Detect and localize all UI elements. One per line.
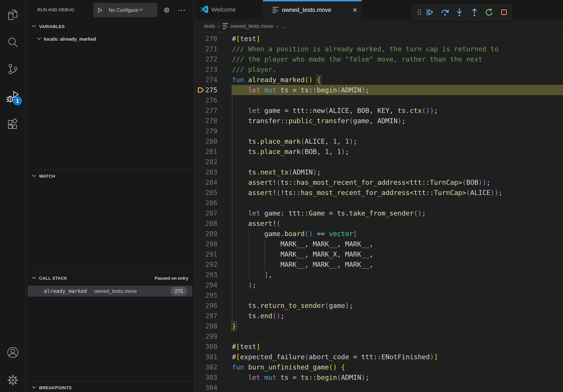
code-text[interactable]: assert!(ts::has_most_recent_for_address<… bbox=[232, 177, 490, 187]
code-text[interactable]: ); bbox=[232, 280, 256, 290]
line-number[interactable]: 281 bbox=[194, 146, 218, 157]
activity-item-source-control-icon[interactable] bbox=[7, 63, 19, 75]
line-number[interactable]: 282 bbox=[194, 157, 218, 167]
debug-step-into-button[interactable] bbox=[454, 7, 465, 18]
code-line-291: 291 MARK__, MARK_X, MARK__, bbox=[194, 249, 563, 259]
line-number[interactable]: 301 bbox=[194, 352, 218, 362]
code-text[interactable]: assert!(!ts::has_most_recent_for_address… bbox=[232, 187, 503, 198]
line-number[interactable]: 279 bbox=[194, 126, 218, 136]
debug-stop-button[interactable] bbox=[499, 7, 510, 18]
line-number[interactable]: 273 bbox=[194, 64, 218, 75]
line-number[interactable]: 272 bbox=[194, 54, 218, 64]
activity-item-explorer-icon[interactable] bbox=[7, 9, 19, 21]
start-debug-icon[interactable] bbox=[94, 3, 106, 17]
code-text[interactable]: game.board() == vector[ bbox=[232, 229, 357, 239]
variables-scope-locals[interactable]: locals: already_marked bbox=[26, 34, 194, 44]
line-number[interactable]: 283 bbox=[194, 167, 218, 177]
line-number[interactable]: 291 bbox=[194, 249, 218, 259]
code-text[interactable]: let game = ttt::new(ALICE, BOB, KEY, ts.… bbox=[232, 105, 438, 116]
code-text[interactable]: MARK__, MARK__, MARK__, bbox=[232, 259, 373, 270]
line-number[interactable]: 295 bbox=[194, 290, 218, 301]
section-header-variables[interactable]: VARIABLES bbox=[26, 22, 194, 32]
line-number[interactable]: 287 bbox=[194, 208, 218, 218]
debug-step-over-button[interactable] bbox=[439, 7, 450, 18]
line-number[interactable]: 296 bbox=[194, 301, 218, 311]
line-number[interactable]: 298 bbox=[194, 321, 218, 331]
activity-item-extensions-icon[interactable] bbox=[7, 118, 19, 131]
section-header-breakpoints[interactable]: BREAKPOINTS bbox=[26, 383, 194, 392]
breadcrumb-item-file[interactable]: owned_tests.move bbox=[230, 23, 273, 29]
code-text[interactable]: ts.return_to_sender(game); bbox=[232, 301, 353, 311]
line-number[interactable]: 280 bbox=[194, 136, 218, 146]
line-number[interactable]: 290 bbox=[194, 239, 218, 249]
code-text[interactable]: ts.place_mark(ALICE, 1, 1); bbox=[232, 136, 357, 146]
line-number[interactable]: 276 bbox=[194, 95, 218, 105]
line-number[interactable]: 278 bbox=[194, 116, 218, 126]
breadcrumb-item-tests[interactable]: tests bbox=[204, 23, 215, 29]
debug-continue-button[interactable] bbox=[424, 7, 435, 18]
code-text[interactable]: MARK__, MARK_X, MARK__, bbox=[232, 249, 373, 259]
call-stack-frame[interactable]: already_marked owned_tests.move 275 bbox=[28, 286, 192, 297]
code-viewport: 270#[test]271/// When a position is alre… bbox=[194, 33, 563, 392]
code-text[interactable]: ], bbox=[232, 270, 272, 280]
code-text[interactable]: MARK__, MARK__, MARK__, bbox=[232, 239, 373, 249]
code-text[interactable]: #[test] bbox=[232, 34, 260, 44]
gear-icon[interactable] bbox=[162, 6, 171, 15]
activity-item-account-icon[interactable] bbox=[7, 346, 19, 359]
line-number[interactable]: 297 bbox=[194, 311, 218, 321]
line-number[interactable]: 274 bbox=[194, 75, 218, 85]
debug-restart-button[interactable] bbox=[484, 7, 495, 18]
code-text[interactable]: ts.place_mark(BOB, 1, 1); bbox=[232, 146, 349, 157]
more-actions-icon[interactable]: ⋯ bbox=[177, 6, 186, 15]
line-number[interactable]: 289 bbox=[194, 229, 218, 239]
code-text[interactable]: ts.end(); bbox=[232, 311, 284, 321]
code-text[interactable]: /// the player who made the "false" move… bbox=[232, 54, 482, 64]
line-number[interactable]: 277 bbox=[194, 105, 218, 116]
code-text[interactable]: transfer::public_transfer(game, ADMIN); bbox=[232, 116, 406, 126]
section-header-call-stack[interactable]: CALL STACK Paused on entry bbox=[26, 273, 194, 283]
line-number[interactable]: 299 bbox=[194, 331, 218, 341]
line-number[interactable]: 292 bbox=[194, 259, 218, 270]
line-number[interactable]: 288 bbox=[194, 218, 218, 229]
code-line-294: 294 ); bbox=[194, 280, 563, 290]
breadcrumb-item-symbol[interactable]: … bbox=[281, 23, 286, 29]
activity-item-run-and-debug-icon[interactable]: 1 bbox=[7, 91, 19, 103]
line-number[interactable]: 271 bbox=[194, 44, 218, 54]
code-text[interactable]: /// player. bbox=[232, 64, 276, 75]
debug-step-out-button[interactable] bbox=[469, 7, 480, 18]
code-text[interactable]: let game: ttt::Game = ts.take_from_sende… bbox=[232, 208, 426, 218]
activity-item-settings-icon[interactable] bbox=[7, 374, 19, 386]
code-text[interactable]: #[test] bbox=[232, 341, 260, 352]
tab-welcome[interactable]: Welcome bbox=[194, 0, 263, 19]
code-text[interactable]: /// When a position is already marked, t… bbox=[232, 44, 499, 54]
debug-drag-grip[interactable] bbox=[414, 7, 425, 18]
code-text[interactable]: ts.next_tx(ADMIN); bbox=[232, 167, 321, 177]
line-number[interactable]: 302 bbox=[194, 362, 218, 372]
code-text[interactable]: let mut ts = ts::begin(ADMIN); bbox=[232, 85, 369, 95]
line-number[interactable]: 286 bbox=[194, 198, 218, 208]
activity-item-search-icon[interactable] bbox=[7, 36, 19, 49]
token-pl: test bbox=[240, 343, 256, 351]
line-number[interactable]: 270 bbox=[194, 34, 218, 44]
debug-config-dropdown[interactable]: No Configura bbox=[93, 3, 157, 17]
code-text[interactable]: fun already_marked() { bbox=[232, 75, 321, 85]
code-text[interactable]: let mut ts = ts::begin(ADMIN); bbox=[232, 372, 369, 382]
code-text[interactable]: } bbox=[232, 321, 236, 331]
code-text[interactable]: assert!( bbox=[232, 218, 281, 229]
current-stack-frame-pointer-icon[interactable] bbox=[197, 87, 205, 93]
code-text[interactable]: fun burn_unfinished_game() { bbox=[232, 362, 345, 372]
line-number[interactable]: 294 bbox=[194, 280, 218, 290]
token-kb: fun bbox=[232, 76, 244, 84]
line-number[interactable]: 300 bbox=[194, 341, 218, 352]
line-number[interactable]: 293 bbox=[194, 270, 218, 280]
code-text[interactable]: #[expected_failure(abort_code = ttt::ENo… bbox=[232, 352, 438, 362]
line-number[interactable]: 284 bbox=[194, 177, 218, 187]
line-number[interactable]: 285 bbox=[194, 187, 218, 198]
tab-owned-tests-move[interactable]: owned_tests.move × bbox=[263, 0, 362, 20]
chevron-down-icon bbox=[138, 8, 143, 12]
line-number[interactable]: 304 bbox=[194, 382, 218, 392]
code-line-290: 290 MARK__, MARK__, MARK__, bbox=[194, 239, 563, 249]
close-tab-icon[interactable]: × bbox=[353, 6, 357, 14]
line-number[interactable]: 303 bbox=[194, 372, 218, 382]
section-header-watch[interactable]: WATCH bbox=[26, 171, 194, 181]
